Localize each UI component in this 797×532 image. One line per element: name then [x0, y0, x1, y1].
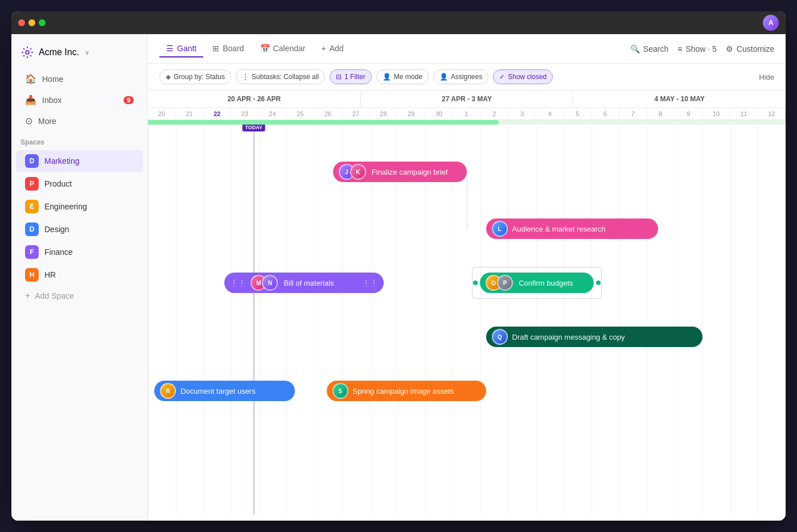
connector-line	[467, 172, 467, 229]
minimize-button[interactable]	[28, 19, 35, 26]
sidebar-item-label: Finance	[44, 248, 73, 257]
day-label: 1	[453, 108, 481, 119]
brand-chevron: ∨	[85, 49, 89, 56]
task-label: Draft campaign messaging & copy	[512, 333, 625, 341]
add-space-button[interactable]: + Add Space	[16, 287, 143, 305]
sidebar-item-label: More	[38, 117, 56, 126]
tab-board[interactable]: ⊞ Board	[206, 40, 250, 57]
subtasks-chip[interactable]: ⋮ Subtasks: Collapse all	[236, 69, 325, 84]
dot-right	[596, 281, 601, 285]
fullscreen-button[interactable]	[39, 19, 46, 26]
sidebar-item-product[interactable]: P Product	[16, 173, 143, 195]
grid-line	[702, 125, 703, 515]
search-label: Search	[643, 44, 668, 53]
drag-handle-right[interactable]: ⋮⋮	[362, 278, 378, 287]
day-label: 7	[619, 108, 647, 119]
sidebar-item-home[interactable]: 🏠 Home	[16, 69, 143, 89]
chip-label: Subtasks: Collapse all	[252, 73, 319, 81]
grid-line	[480, 125, 481, 515]
show-icon: ≡	[677, 44, 682, 53]
task-label: Confirm budgets	[519, 279, 573, 287]
check-icon: ✓	[499, 73, 505, 81]
spaces-label: Spaces	[11, 131, 147, 150]
grid-line	[453, 125, 454, 515]
grid-line	[342, 125, 343, 515]
task-label: Document target users	[180, 387, 256, 395]
day-label: 4	[536, 108, 564, 119]
drag-handle-left[interactable]: ⋮⋮	[230, 278, 246, 287]
task-draft-campaign[interactable]: Q Draft campaign messaging & copy	[486, 327, 703, 347]
tab-label: Gantt	[177, 44, 196, 53]
sidebar-item-inbox[interactable]: 📥 Inbox 9	[16, 90, 143, 110]
app-body: Acme Inc. ∨ 🏠 Home 📥 Inbox 9 ⊙ More Spac…	[11, 34, 786, 521]
day-label: 10	[702, 108, 730, 119]
top-right-tools: 🔍 Search ≡ Show · 5 ⚙ Customize	[630, 44, 774, 53]
avatar-1: Q	[492, 329, 508, 345]
inbox-badge: 9	[124, 96, 134, 104]
task-audience-research[interactable]: L Audience & market research	[486, 218, 658, 239]
sidebar-item-more[interactable]: ⊙ More	[16, 111, 143, 131]
tab-label: Calendar	[273, 44, 306, 53]
search-icon: 🔍	[630, 44, 640, 53]
home-icon: 🏠	[25, 73, 36, 84]
sidebar-item-marketing[interactable]: D Marketing	[16, 150, 143, 172]
tab-gantt[interactable]: ☰ Gantt	[159, 40, 203, 57]
svg-point-0	[26, 51, 29, 54]
customize-button[interactable]: ⚙ Customize	[726, 44, 774, 53]
product-dot: P	[25, 177, 39, 191]
chip-label: Assignees	[451, 73, 482, 81]
search-button[interactable]: 🔍 Search	[630, 44, 668, 53]
tab-add[interactable]: + Add	[314, 40, 350, 57]
close-button[interactable]	[18, 19, 25, 26]
tab-calendar[interactable]: 📅 Calendar	[253, 40, 313, 57]
avatar-2: P	[497, 275, 513, 291]
assignees-chip[interactable]: 👤 Assignees	[433, 69, 488, 84]
task-avatars: O P	[486, 275, 513, 291]
day-label: 23	[231, 108, 259, 119]
day-label: 3	[508, 108, 536, 119]
task-spring-campaign[interactable]: S Spring campaign image assets	[327, 381, 486, 401]
task-bill-of-materials[interactable]: ⋮⋮ M N Bill of materials ⋮⋮	[224, 273, 384, 293]
app-window: A Acme Inc. ∨ 🏠 Home 📥 Inbox 9	[11, 11, 786, 521]
sidebar-item-label: HR	[44, 270, 56, 279]
sidebar-item-hr[interactable]: H HR	[16, 264, 143, 286]
sidebar-item-engineering[interactable]: E Engineering	[16, 196, 143, 217]
brand-button[interactable]: Acme Inc. ∨	[11, 41, 147, 68]
show-closed-chip[interactable]: ✓ Show closed	[493, 69, 553, 84]
task-finalize-campaign[interactable]: J K Finalize campaign brief	[333, 162, 467, 182]
progress-bar-fill	[148, 120, 499, 125]
gantt-tasks: TODAY J K Finalize campaign brief	[148, 125, 786, 515]
grid-line	[425, 125, 426, 515]
progress-bar-container	[148, 120, 786, 125]
day-label: 9	[675, 108, 702, 119]
week-label-3: 4 MAY - 10 MAY	[573, 90, 786, 108]
filter-chip[interactable]: ⊟ 1 Filter	[330, 69, 372, 84]
assignees-icon: 👤	[439, 73, 448, 81]
gear-icon: ⚙	[726, 44, 733, 53]
task-confirm-budgets[interactable]: O P Confirm budgets	[480, 273, 594, 293]
group-by-chip[interactable]: ◈ Group by: Status	[159, 69, 231, 84]
day-label: 28	[370, 108, 398, 119]
brand-name: Acme Inc.	[39, 47, 79, 57]
tab-label: Add	[330, 44, 344, 53]
sidebar-item-design[interactable]: D Design	[16, 218, 143, 240]
me-mode-chip[interactable]: 👤 Me mode	[376, 69, 429, 84]
avatar[interactable]: A	[763, 15, 779, 31]
hide-button[interactable]: Hide	[759, 73, 774, 81]
calendar-icon: 📅	[260, 44, 270, 53]
grid-line	[286, 125, 287, 515]
task-label: Finalize campaign brief	[372, 168, 448, 176]
avatar-2: N	[262, 275, 278, 291]
group-icon: ◈	[166, 73, 171, 81]
today-line: TODAY	[253, 125, 254, 515]
grid-line	[647, 125, 648, 515]
grid-line	[148, 125, 149, 515]
gantt-area: 20 APR - 26 APR 27 APR - 3 MAY 4 MAY - 1…	[148, 90, 786, 521]
sidebar-item-finance[interactable]: F Finance	[16, 241, 143, 263]
day-label: 2	[480, 108, 508, 119]
day-label: 29	[397, 108, 425, 119]
grid-line	[675, 125, 675, 515]
show-button[interactable]: ≡ Show · 5	[677, 44, 717, 53]
add-icon: +	[321, 44, 326, 53]
task-document-target[interactable]: R Document target users	[154, 381, 294, 401]
